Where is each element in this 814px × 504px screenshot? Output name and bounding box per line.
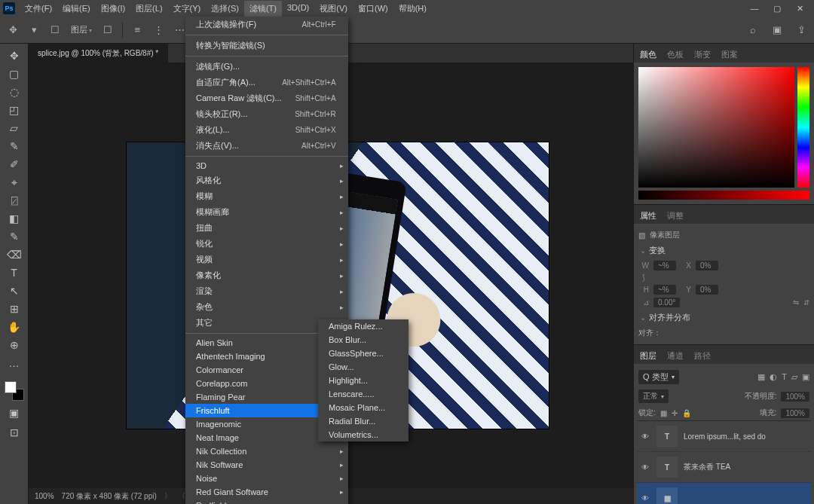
align-right-icon[interactable]: ⋯ — [173, 23, 186, 37]
tool-0[interactable]: ✥ — [4, 47, 25, 65]
status-arrow-icon[interactable]: 〉 — [164, 491, 171, 501]
menuitem-锐化[interactable]: 锐化 — [185, 236, 348, 252]
tool-14[interactable]: ⊞ — [4, 300, 25, 318]
tab-paths[interactable]: 路径 — [693, 348, 712, 364]
tab-layers[interactable]: 图层 — [638, 348, 658, 364]
menuitem-上次滤镜操作(F)[interactable]: 上次滤镜操作(F)Alt+Ctrl+F — [185, 17, 348, 32]
maximize-button[interactable]: ▢ — [766, 0, 788, 17]
filter-smart-icon[interactable]: ▣ — [802, 372, 809, 382]
menu-文件(F)[interactable]: 文件(F) — [20, 1, 57, 17]
tool-preset-dropdown[interactable]: ▾ — [27, 23, 41, 37]
menuitem-Redfield[interactable]: Redfield — [185, 499, 348, 504]
x-value[interactable]: 0% — [696, 261, 718, 270]
menu-帮助(H)[interactable]: 帮助(H) — [393, 1, 432, 17]
quick-mask-icon[interactable]: ▣ — [4, 404, 25, 422]
filter-shape-icon[interactable]: ▱ — [791, 372, 797, 382]
hue-slider[interactable] — [797, 67, 809, 188]
tool-5[interactable]: ✎ — [4, 137, 25, 155]
menu-选择(S)[interactable]: 选择(S) — [206, 1, 244, 17]
menuitem-滤镜库(G)...[interactable]: 滤镜库(G)... — [185, 59, 348, 75]
menu-图层(L)[interactable]: 图层(L) — [130, 1, 167, 17]
lock-position-icon[interactable]: ✛ — [672, 409, 678, 417]
blend-mode[interactable]: 正常▾ — [638, 389, 669, 403]
align-left-icon[interactable]: ≡ — [130, 23, 144, 37]
color-field[interactable] — [638, 67, 794, 188]
submenu-Mosaic Plane...[interactable]: Mosaic Plane... — [318, 401, 409, 414]
layer-item[interactable]: 👁T茶来余香 TEA — [637, 452, 811, 483]
tool-17[interactable]: … — [4, 354, 25, 372]
angle-value[interactable]: 0.00° — [653, 298, 680, 307]
menuitem-3D[interactable]: 3D — [185, 159, 348, 173]
menuitem-视频[interactable]: 视频 — [185, 252, 348, 267]
tool-12[interactable]: T — [4, 264, 25, 282]
align-center-icon[interactable]: ⋮ — [151, 23, 165, 37]
filter-pixel-icon[interactable]: ▦ — [757, 372, 765, 382]
menu-视图(V)[interactable]: 视图(V) — [314, 1, 353, 17]
tab-patterns[interactable]: 图案 — [720, 47, 739, 63]
lock-pixels-icon[interactable]: ▦ — [660, 409, 667, 417]
arrange-documents-icon[interactable]: ▣ — [770, 23, 784, 37]
height-value[interactable]: ~% — [653, 285, 676, 295]
submenu-Volumetrics...[interactable]: Volumetrics... — [318, 428, 409, 441]
tab-properties[interactable]: 属性 — [638, 208, 658, 224]
menuitem-杂色[interactable]: 杂色 — [185, 299, 348, 315]
menu-滤镜(T)[interactable]: 滤镜(T) — [244, 1, 282, 17]
menuitem-模糊[interactable]: 模糊 — [185, 188, 348, 204]
color-strip[interactable] — [638, 191, 809, 200]
auto-select-label[interactable]: 图层 — [69, 24, 93, 35]
submenu-Highlight...[interactable]: Highlight... — [318, 374, 409, 387]
tab-adjustments[interactable]: 调整 — [666, 208, 685, 224]
visibility-icon[interactable]: 👁 — [640, 432, 650, 441]
submenu-Glow...[interactable]: Glow... — [318, 360, 409, 374]
tool-7[interactable]: ⌖ — [4, 173, 25, 191]
menuitem-像素化[interactable]: 像素化 — [185, 267, 348, 283]
lock-all-icon[interactable]: 🔒 — [682, 409, 691, 417]
submenu-GlassSphere...[interactable]: GlassSphere... — [318, 347, 409, 360]
layer-item[interactable]: 👁TLorem ipsum...lit, sed do — [637, 421, 811, 452]
tool-3[interactable]: ◰ — [4, 101, 25, 119]
opacity-value[interactable]: 100% — [781, 392, 809, 402]
tab-swatches[interactable]: 色板 — [666, 47, 685, 63]
auto-select-checkbox[interactable]: ☐ — [48, 23, 62, 37]
document-tab[interactable]: splice.jpg @ 100% (背景, RGB/8#) * — [29, 44, 168, 63]
color-picker[interactable] — [638, 67, 809, 188]
menuitem-风格化[interactable]: 风格化 — [185, 173, 348, 188]
y-value[interactable]: 0% — [696, 285, 718, 295]
filter-adjust-icon[interactable]: ◐ — [770, 372, 777, 382]
tool-11[interactable]: ⌫ — [4, 246, 25, 264]
flip-v-icon[interactable]: ⇵ — [803, 298, 809, 307]
menuitem-Nik Collection[interactable]: Nik Collection — [185, 444, 348, 458]
tool-8[interactable]: ⍁ — [4, 191, 25, 209]
menuitem-自适应广角(A)...[interactable]: 自适应广角(A)...Alt+Shift+Ctrl+A — [185, 75, 348, 90]
layer-item[interactable]: 👁▦ — [637, 483, 811, 504]
color-swatch[interactable] — [3, 380, 26, 402]
tool-10[interactable]: ✎ — [4, 228, 25, 246]
menuitem-Noise[interactable]: Noise — [185, 472, 348, 485]
screen-mode-icon[interactable]: ⊡ — [4, 423, 25, 441]
transform-controls-checkbox[interactable]: ☐ — [101, 23, 115, 37]
filter-type-icon[interactable]: T — [782, 372, 787, 382]
link-wh-icon[interactable]: ⟆ — [638, 273, 649, 282]
minimize-button[interactable]: — — [743, 0, 766, 17]
menuitem-液化(L)...[interactable]: 液化(L)...Shift+Ctrl+X — [185, 122, 348, 138]
status-arrow-left-icon[interactable]: 〈 — [179, 491, 185, 501]
tool-2[interactable]: ◌ — [4, 83, 25, 101]
menuitem-渲染[interactable]: 渲染 — [185, 283, 348, 299]
submenu-Radial Blur...[interactable]: Radial Blur... — [318, 414, 409, 428]
tab-gradients[interactable]: 渐变 — [693, 47, 712, 63]
menuitem-扭曲[interactable]: 扭曲 — [185, 220, 348, 236]
menuitem-模糊画廊[interactable]: 模糊画廊 — [185, 204, 348, 220]
menuitem-Nik Software[interactable]: Nik Software — [185, 458, 348, 472]
menu-文字(Y)[interactable]: 文字(Y) — [168, 1, 207, 17]
foreground-color-swatch[interactable] — [5, 381, 17, 393]
search-icon[interactable]: ⌕ — [746, 23, 760, 37]
tool-15[interactable]: ✋ — [4, 318, 25, 336]
fill-value[interactable]: 100% — [781, 408, 809, 418]
share-icon[interactable]: ⇪ — [794, 23, 808, 37]
tool-13[interactable]: ↖ — [4, 282, 25, 300]
submenu-Lenscare.....[interactable]: Lenscare..... — [318, 387, 409, 401]
flip-h-icon[interactable]: ⇋ — [793, 298, 799, 307]
tab-channels[interactable]: 通道 — [666, 348, 685, 364]
visibility-icon[interactable]: 👁 — [640, 463, 650, 472]
submenu-Box Blur...[interactable]: Box Blur... — [318, 333, 409, 347]
